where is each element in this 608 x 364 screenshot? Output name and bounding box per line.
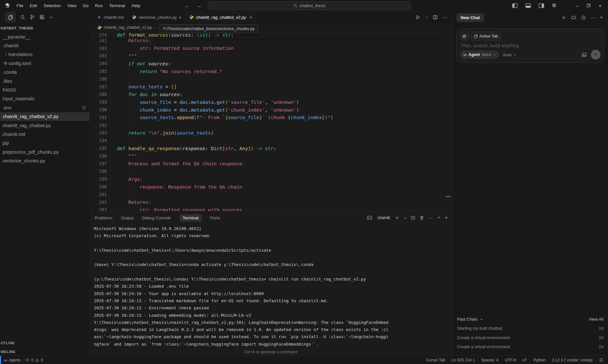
active-tab-context-chip[interactable]: Active Tab [471,32,501,40]
menu-help[interactable]: Help [128,0,143,11]
chat-input-card[interactable]: @ Active Tab Plan, search, build anythin… [456,28,604,63]
search-view-icon[interactable] [20,15,25,20]
explorer-item-pip[interactable]: pip [0,139,89,148]
status-item-3-12-3-conda-conda[interactable]: 3.12.3 ('.conda': conda) [552,358,592,362]
status-item-lf[interactable]: LF [522,358,527,362]
status-item-cursor-tab[interactable]: Cursor Tab [426,358,445,362]
menu-selection[interactable]: Selection [40,0,64,11]
status-item-python[interactable]: Python [533,358,545,362]
line-number: 185 [89,69,107,74]
split-terminal-icon[interactable] [411,215,415,220]
terminal-instance-label[interactable]: chainlit [377,215,390,220]
split-editor-icon[interactable] [433,15,438,20]
terminal-dropdown-chevron-icon[interactable] [404,216,407,219]
explorer-item-files[interactable]: .files [0,77,89,85]
kill-terminal-trash-icon[interactable] [419,215,424,220]
back-arrow-icon[interactable]: ← [185,3,189,8]
menu-edit[interactable]: Edit [27,0,40,11]
explorer-folder-header[interactable]: HATBOT_THESIS [0,24,89,32]
explorer-item-conda[interactable]: .conda [0,68,89,77]
close-chat-icon[interactable]: × [600,15,603,20]
maximize-panel-chevron-icon[interactable] [437,216,441,220]
problems-status-item[interactable]: 0 0 [25,358,43,362]
menu-terminal[interactable]: Terminal [106,0,128,11]
menu-go[interactable]: Go [80,0,92,11]
forward-arrow-icon[interactable]: → [197,3,201,8]
past-chat-item[interactable]: Starting my built chatbot1d [457,324,603,333]
mention-context-button[interactable]: @ [460,32,469,40]
model-selector[interactable]: Auto [503,52,516,57]
explorer-item-env[interactable]: .env∅ [0,103,89,112]
view-all-link[interactable]: View All [589,317,603,322]
past-chat-item[interactable]: Create a virtual environment2d [457,333,603,342]
menu-view[interactable]: View [64,0,80,11]
explorer-item-chainlit-md[interactable]: chainlit.md [0,130,89,138]
explorer-item-config-toml[interactable]: ⚙config.toml [0,59,89,68]
source-control-icon[interactable] [30,15,35,20]
panel-tab-debug-console[interactable]: Debug Console [142,215,171,220]
close-window-icon[interactable]: × [599,3,602,8]
minimize-icon[interactable]: – [576,3,579,8]
agents-status-item[interactable]: ∞ Agents [4,358,21,362]
panel-more-actions-icon[interactable]: ⋯ [428,215,433,220]
cloud-icon[interactable] [571,15,576,20]
notifications-bell-icon[interactable] [599,358,603,362]
explorer-item-input-materials[interactable]: input_materials [0,94,89,103]
code-line: 189 source_file = doc.metadata.get('sour… [89,98,452,106]
agent-mode-selector[interactable]: ∞ Agent Ctrl+I [460,50,499,59]
panel-tab-output[interactable]: Output [121,215,133,220]
past-chats-chevron-icon[interactable] [480,318,483,321]
outline-section-header[interactable]: UTLINE [0,338,89,347]
settings-gear-icon[interactable]: ⚙ [552,3,556,8]
breadcrumb[interactable]: chainlit_rag_chatbot_v2.py › ... [89,23,452,31]
explorer-item-translations[interactable]: translations [0,50,89,59]
close-panel-icon[interactable]: × [445,215,448,220]
panel-tab-terminal[interactable]: Terminal [179,214,202,222]
chat-input-placeholder[interactable]: Plan, search, build anything [461,43,519,48]
menu-file[interactable]: File [13,0,27,11]
timeline-section-header[interactable]: MELINE [0,347,89,356]
code-editor[interactable]: 181 Returns:182 str: Formatted source in… [89,37,452,211]
sticky-scroll-line[interactable]: 174def format_sources(sources: list) -> … [89,31,448,39]
explorer-item-preprocess-pdf-chunks-py[interactable]: preprocess_pdf_chunks.py [0,148,89,156]
views-chevron-down-icon[interactable] [49,15,53,19]
past-chats-header[interactable]: Past Chats [457,317,478,322]
explorer-item-faiss[interactable]: FAISS [0,85,89,94]
past-chat-item[interactable]: Create a virtual environment2d [457,342,603,352]
chat-more-icon[interactable]: ⋯ [591,15,595,20]
status-item-ln-323-col-1[interactable]: Ln 323, Col 1 [452,358,475,362]
explorer-item-chainlit[interactable]: .chainlit [0,41,89,50]
run-dropdown-chevron-icon[interactable] [425,16,428,19]
panel-tab-ports[interactable]: Ports [210,215,220,220]
tab-chainlit-md[interactable]: chainlit.md [93,11,128,23]
explorer-view-icon[interactable] [5,12,16,22]
toggle-sidebar-icon[interactable] [512,3,518,8]
explorer-item-chainlit-rag-chatbot-v2-py[interactable]: chainlit_rag_chatbot_v2.py [0,112,89,121]
status-item-spaces-4[interactable]: Spaces: 4 [481,358,499,362]
explorer-item-chainlit-rag-chatbot-py[interactable]: chainlit_rag_chatbot.py [0,121,89,130]
send-message-button[interactable] [591,50,601,60]
close-tab-icon[interactable]: × [250,15,252,20]
menu-run[interactable]: Run [92,0,106,11]
new-chat-tab[interactable]: New Chat [456,13,484,22]
explorer-item-pycache[interactable]: __pycache__ [0,32,89,41]
new-terminal-icon[interactable] [395,215,399,220]
restore-icon[interactable] [586,3,591,8]
add-chat-icon[interactable] [561,15,566,20]
more-actions-icon[interactable]: ⋯ [442,15,447,20]
search-icon [293,4,297,8]
terminal-line [94,241,449,248]
chat-history-icon[interactable] [581,15,586,20]
terminal-output[interactable]: Microsoft Windows [Version 10.0.26100.46… [94,226,449,347]
toggle-secondary-sidebar-icon[interactable] [539,3,544,8]
attach-image-icon[interactable] [581,52,587,58]
command-center-search[interactable]: chatbot_thesis [208,1,411,10]
explorer-item-vectorise-chunks-py[interactable]: vectorise_chunks.py [0,156,89,165]
run-python-file-icon[interactable] [416,15,420,20]
status-item-utf-8[interactable]: UTF-8 [505,358,516,362]
tab-vectorise-chunks-py[interactable]: vectorise_chunks.py● [128,11,185,23]
panel-tab-problems[interactable]: Problems [95,215,112,220]
tab-chainlit-rag-chatbot-v2-py[interactable]: chainlit_rag_chatbot_v2.py× [185,11,256,24]
extensions-icon[interactable] [40,15,45,20]
toggle-panel-icon[interactable] [525,3,531,8]
